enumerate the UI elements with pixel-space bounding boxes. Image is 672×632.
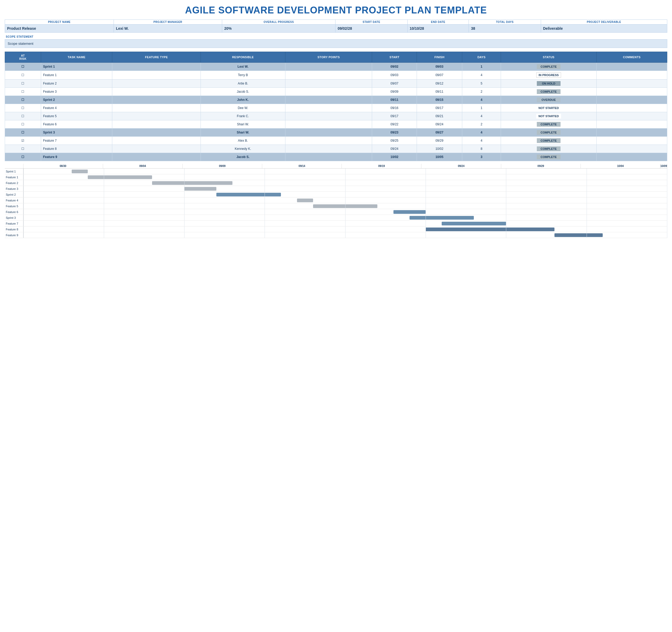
total-days-label: TOTAL DAYS <box>469 20 541 25</box>
task-name: Feature 1 <box>41 71 112 79</box>
at-risk-checkbox[interactable]: ☐ <box>5 88 41 96</box>
gantt-bar-cell <box>23 203 667 209</box>
task-name: Feature 9 <box>41 153 112 161</box>
at-risk-checkbox[interactable]: ☐ <box>5 120 41 128</box>
status-badge: COMPLETE <box>537 130 560 135</box>
status-badge: COMPLETE <box>537 64 560 69</box>
task-name: Sprint 1 <box>41 63 112 71</box>
gantt-axis-label: 09/09 <box>182 164 262 169</box>
gantt-row-label: Feature 5 <box>5 203 23 209</box>
comments <box>596 79 667 88</box>
days: 4 <box>462 71 501 79</box>
at-risk-checkbox[interactable]: ☐ <box>5 71 41 79</box>
table-row: ☐ Feature 4 Dee W. 09/16 09/17 1 NOT STA… <box>5 104 667 112</box>
status-cell: COMPLETE <box>501 128 596 137</box>
gantt-bar-cell <box>23 180 667 186</box>
gantt-grid-line <box>586 215 587 221</box>
task-name: Feature 3 <box>41 88 112 96</box>
task-name: Feature 7 <box>41 137 112 145</box>
days: 4 <box>462 137 501 145</box>
gantt-grid-line <box>265 203 265 209</box>
days: 2 <box>462 88 501 96</box>
start-date: 09/07 <box>372 79 417 88</box>
gantt-grid-line <box>667 180 667 186</box>
gantt-grid-line <box>426 180 426 186</box>
start-date: 09/22 <box>372 120 417 128</box>
comments <box>596 63 667 71</box>
at-risk-checkbox[interactable]: ☐ <box>5 79 41 88</box>
comments <box>596 71 667 79</box>
gantt-grid-line <box>23 186 24 192</box>
status-badge: COMPLETE <box>537 146 560 151</box>
gantt-bar <box>72 170 88 173</box>
status-badge: COMPLETE <box>537 89 560 94</box>
table-row: ☐ Feature 3 Jacob S. 09/09 09/11 2 COMPL… <box>5 88 667 96</box>
story-points <box>285 63 372 71</box>
comments <box>596 137 667 145</box>
start-date: 10/02 <box>372 153 417 161</box>
start-date: 09/24 <box>372 145 417 153</box>
gantt-row: Feature 3 <box>5 186 667 192</box>
gantt-grid-line <box>586 169 587 174</box>
status-badge: IN PROGRESS <box>536 72 561 78</box>
gantt-row-label: Sprint 2 <box>5 192 23 198</box>
gantt-grid-line <box>23 169 24 174</box>
table-row: ☑ Feature 7 Alex B. 09/25 09/29 4 COMPLE… <box>5 137 667 145</box>
gantt-grid-line <box>104 232 104 238</box>
start-date: 09/23 <box>372 128 417 137</box>
gantt-grid-line <box>586 209 587 214</box>
deliverable-value: Deliverable <box>541 25 667 33</box>
task-table: ATRISK TASK NAME FEATURE TYPE RESPONSIBL… <box>5 52 667 161</box>
at-risk-checkbox[interactable]: ☐ <box>5 63 41 71</box>
table-row: ☐ Sprint 1 Lexi W. 09/02 09/03 1 COMPLET… <box>5 63 667 71</box>
status-cell: COMPLETE <box>501 88 596 96</box>
comments <box>596 153 667 161</box>
gantt-grid-line <box>104 186 104 192</box>
gantt-grid-line <box>345 192 345 197</box>
at-risk-checkbox[interactable]: ☐ <box>5 145 41 153</box>
feature-type <box>112 120 201 128</box>
finish-date: 09/29 <box>417 137 462 145</box>
gantt-row: Sprint 1 <box>5 169 667 174</box>
at-risk-checkbox[interactable]: ☐ <box>5 128 41 137</box>
responsible: John K. <box>200 96 285 104</box>
days: 4 <box>462 96 501 104</box>
gantt-row: Feature 5 <box>5 203 667 209</box>
gantt-grid-line <box>506 221 506 226</box>
scope-value: Scope statement <box>5 39 667 48</box>
table-row: ☐ Sprint 3 Shari W. 09/23 09/27 4 COMPLE… <box>5 128 667 137</box>
gantt-grid-line <box>265 192 265 197</box>
gantt-grid-line <box>23 198 24 203</box>
at-risk-checkbox[interactable]: ☑ <box>5 137 41 145</box>
finish-date: 09/15 <box>417 96 462 104</box>
gantt-grid-line <box>104 198 104 203</box>
feature-type <box>112 96 201 104</box>
at-risk-checkbox[interactable]: ☐ <box>5 153 41 161</box>
table-row: ☐ Feature 5 Frank C. 09/17 09/21 4 NOT S… <box>5 112 667 120</box>
end-date-label: END DATE <box>407 20 469 25</box>
feature-type <box>112 104 201 112</box>
days: 1 <box>462 104 501 112</box>
responsible: Terry B <box>200 71 285 79</box>
story-points <box>285 137 372 145</box>
responsible: Shari W. <box>200 120 285 128</box>
gantt-row-label: Sprint 1 <box>5 169 23 174</box>
at-risk-checkbox[interactable]: ☐ <box>5 112 41 120</box>
at-risk-checkbox[interactable]: ☐ <box>5 104 41 112</box>
col-feature-type: FEATURE TYPE <box>112 52 201 63</box>
page-title: AGILE SOFTWARE DEVELOPMENT PROJECT PLAN … <box>5 5 667 16</box>
gantt-bar-cell <box>23 226 667 232</box>
gantt-grid-line <box>265 209 265 214</box>
gantt-grid-line <box>426 232 426 238</box>
gantt-grid-line <box>23 226 24 232</box>
start-date: 09/03 <box>372 71 417 79</box>
gantt-bar <box>88 175 152 179</box>
responsible: Frank C. <box>200 112 285 120</box>
at-risk-checkbox[interactable]: ☐ <box>5 96 41 104</box>
feature-type <box>112 63 201 71</box>
gantt-grid-line <box>345 186 345 192</box>
project-manager-label: PROJECT MANAGER <box>114 20 222 25</box>
gantt-grid-line <box>426 215 426 221</box>
gantt-bar <box>442 222 506 225</box>
responsible: Jacob S. <box>200 88 285 96</box>
